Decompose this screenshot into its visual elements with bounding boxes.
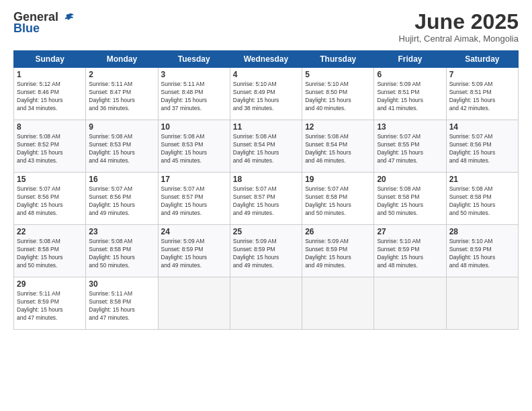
day-info: Sunrise: 5:10 AM Sunset: 8:50 PM Dayligh…	[305, 81, 371, 113]
calendar-row: 15Sunrise: 5:07 AM Sunset: 8:56 PM Dayli…	[14, 173, 519, 225]
day-info: Sunrise: 5:11 AM Sunset: 8:48 PM Dayligh…	[161, 81, 227, 113]
title-area: June 2025 Hujirt, Central Aimak, Mongoli…	[399, 10, 519, 44]
col-tuesday: Tuesday	[158, 51, 230, 68]
col-friday: Friday	[374, 51, 446, 68]
day-info: Sunrise: 5:11 AM Sunset: 8:47 PM Dayligh…	[89, 81, 154, 113]
table-cell: 27Sunrise: 5:10 AM Sunset: 8:59 PM Dayli…	[374, 225, 446, 277]
day-number: 17	[161, 175, 227, 184]
table-cell: 29Sunrise: 5:11 AM Sunset: 8:59 PM Dayli…	[14, 277, 86, 330]
day-number: 25	[233, 227, 299, 236]
day-number: 21	[449, 175, 515, 184]
table-cell: 6Sunrise: 5:09 AM Sunset: 8:51 PM Daylig…	[374, 68, 446, 120]
calendar-row: 22Sunrise: 5:08 AM Sunset: 8:58 PM Dayli…	[14, 225, 519, 277]
day-number: 22	[17, 227, 83, 236]
table-cell: 8Sunrise: 5:08 AM Sunset: 8:52 PM Daylig…	[14, 120, 86, 173]
day-info: Sunrise: 5:08 AM Sunset: 8:58 PM Dayligh…	[89, 238, 154, 270]
table-cell: 25Sunrise: 5:09 AM Sunset: 8:59 PM Dayli…	[230, 225, 302, 277]
day-info: Sunrise: 5:07 AM Sunset: 8:57 PM Dayligh…	[161, 185, 227, 218]
day-number: 1	[17, 70, 83, 79]
day-number: 9	[89, 122, 154, 132]
table-cell	[158, 277, 230, 330]
table-cell: 22Sunrise: 5:08 AM Sunset: 8:58 PM Dayli…	[14, 225, 86, 277]
day-number: 28	[449, 227, 515, 236]
table-cell	[302, 277, 374, 330]
day-info: Sunrise: 5:08 AM Sunset: 8:53 PM Dayligh…	[89, 133, 154, 165]
location: Hujirt, Central Aimak, Mongolia	[399, 34, 519, 44]
day-info: Sunrise: 5:08 AM Sunset: 8:53 PM Dayligh…	[161, 133, 227, 165]
day-number: 11	[233, 122, 299, 132]
logo: General Blue	[13, 10, 75, 36]
col-saturday: Saturday	[446, 51, 518, 68]
day-number: 3	[161, 70, 227, 79]
day-number: 27	[377, 227, 443, 236]
day-info: Sunrise: 5:12 AM Sunset: 8:46 PM Dayligh…	[17, 81, 83, 113]
col-thursday: Thursday	[302, 51, 374, 68]
col-monday: Monday	[86, 51, 158, 68]
day-info: Sunrise: 5:08 AM Sunset: 8:58 PM Dayligh…	[449, 185, 515, 218]
day-info: Sunrise: 5:09 AM Sunset: 8:59 PM Dayligh…	[233, 238, 299, 270]
table-cell: 9Sunrise: 5:08 AM Sunset: 8:53 PM Daylig…	[86, 120, 158, 173]
table-cell: 23Sunrise: 5:08 AM Sunset: 8:58 PM Dayli…	[86, 225, 158, 277]
day-number: 6	[377, 70, 443, 79]
table-cell: 16Sunrise: 5:07 AM Sunset: 8:56 PM Dayli…	[86, 173, 158, 225]
table-cell: 13Sunrise: 5:07 AM Sunset: 8:55 PM Dayli…	[374, 120, 446, 173]
day-info: Sunrise: 5:09 AM Sunset: 8:59 PM Dayligh…	[161, 238, 227, 270]
day-number: 18	[233, 175, 299, 184]
calendar-row: 8Sunrise: 5:08 AM Sunset: 8:52 PM Daylig…	[14, 120, 519, 173]
table-cell: 2Sunrise: 5:11 AM Sunset: 8:47 PM Daylig…	[86, 68, 158, 120]
day-number: 7	[449, 70, 515, 79]
day-number: 23	[89, 227, 154, 236]
calendar: Sunday Monday Tuesday Wednesday Thursday…	[13, 50, 519, 330]
day-info: Sunrise: 5:11 AM Sunset: 8:59 PM Dayligh…	[17, 290, 83, 322]
col-sunday: Sunday	[14, 51, 86, 68]
day-info: Sunrise: 5:07 AM Sunset: 8:55 PM Dayligh…	[377, 133, 443, 165]
day-info: Sunrise: 5:07 AM Sunset: 8:56 PM Dayligh…	[449, 133, 515, 165]
day-number: 16	[89, 175, 154, 184]
day-info: Sunrise: 5:07 AM Sunset: 8:58 PM Dayligh…	[305, 185, 371, 218]
col-wednesday: Wednesday	[230, 51, 302, 68]
table-cell: 26Sunrise: 5:09 AM Sunset: 8:59 PM Dayli…	[302, 225, 374, 277]
day-info: Sunrise: 5:10 AM Sunset: 8:59 PM Dayligh…	[377, 238, 443, 270]
day-info: Sunrise: 5:10 AM Sunset: 8:49 PM Dayligh…	[233, 81, 299, 113]
table-cell: 14Sunrise: 5:07 AM Sunset: 8:56 PM Dayli…	[446, 120, 518, 173]
day-number: 10	[161, 122, 227, 132]
table-cell: 5Sunrise: 5:10 AM Sunset: 8:50 PM Daylig…	[302, 68, 374, 120]
logo-blue: Blue	[13, 21, 40, 36]
table-cell: 20Sunrise: 5:08 AM Sunset: 8:58 PM Dayli…	[374, 173, 446, 225]
table-cell: 18Sunrise: 5:07 AM Sunset: 8:57 PM Dayli…	[230, 173, 302, 225]
day-number: 12	[305, 122, 371, 132]
table-cell: 15Sunrise: 5:07 AM Sunset: 8:56 PM Dayli…	[14, 173, 86, 225]
day-number: 13	[377, 122, 443, 132]
table-cell: 28Sunrise: 5:10 AM Sunset: 8:59 PM Dayli…	[446, 225, 518, 277]
day-info: Sunrise: 5:08 AM Sunset: 8:58 PM Dayligh…	[17, 238, 83, 270]
table-cell: 10Sunrise: 5:08 AM Sunset: 8:53 PM Dayli…	[158, 120, 230, 173]
day-number: 30	[89, 279, 154, 289]
day-info: Sunrise: 5:09 AM Sunset: 8:51 PM Dayligh…	[377, 81, 443, 113]
table-cell: 1Sunrise: 5:12 AM Sunset: 8:46 PM Daylig…	[14, 68, 86, 120]
table-cell: 30Sunrise: 5:11 AM Sunset: 8:58 PM Dayli…	[86, 277, 158, 330]
table-cell	[374, 277, 446, 330]
day-number: 15	[17, 175, 83, 184]
day-info: Sunrise: 5:09 AM Sunset: 8:51 PM Dayligh…	[449, 81, 515, 113]
page: General Blue June 2025 Hujirt, Central A…	[0, 0, 532, 411]
day-number: 24	[161, 227, 227, 236]
table-cell: 7Sunrise: 5:09 AM Sunset: 8:51 PM Daylig…	[446, 68, 518, 120]
calendar-row: 29Sunrise: 5:11 AM Sunset: 8:59 PM Dayli…	[14, 277, 519, 330]
day-number: 20	[377, 175, 443, 184]
day-info: Sunrise: 5:08 AM Sunset: 8:54 PM Dayligh…	[305, 133, 371, 165]
table-cell: 11Sunrise: 5:08 AM Sunset: 8:54 PM Dayli…	[230, 120, 302, 173]
day-number: 8	[17, 122, 83, 132]
table-cell	[446, 277, 518, 330]
header: General Blue June 2025 Hujirt, Central A…	[13, 10, 519, 44]
day-number: 4	[233, 70, 299, 79]
day-number: 19	[305, 175, 371, 184]
day-info: Sunrise: 5:07 AM Sunset: 8:56 PM Dayligh…	[89, 185, 154, 218]
calendar-row: 1Sunrise: 5:12 AM Sunset: 8:46 PM Daylig…	[14, 68, 519, 120]
day-info: Sunrise: 5:10 AM Sunset: 8:59 PM Dayligh…	[449, 238, 515, 270]
month-title: June 2025	[399, 10, 519, 34]
table-cell	[230, 277, 302, 330]
logo-bird-icon	[62, 12, 75, 24]
day-info: Sunrise: 5:07 AM Sunset: 8:57 PM Dayligh…	[233, 185, 299, 218]
table-cell: 17Sunrise: 5:07 AM Sunset: 8:57 PM Dayli…	[158, 173, 230, 225]
table-cell: 19Sunrise: 5:07 AM Sunset: 8:58 PM Dayli…	[302, 173, 374, 225]
